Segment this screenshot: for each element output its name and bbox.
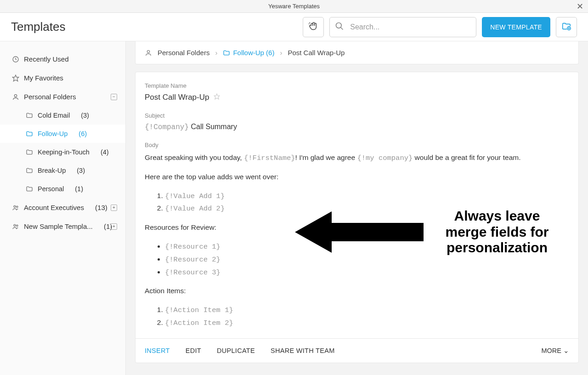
breadcrumb-folder[interactable]: Follow-Up (6) xyxy=(223,49,274,57)
svg-point-0 xyxy=(336,23,342,28)
sidebar: Recently Used My Favorites Personal Fold… xyxy=(0,41,126,375)
people-icon xyxy=(12,204,19,211)
svg-point-8 xyxy=(14,205,16,207)
sidebar-my-favorites[interactable]: My Favorites xyxy=(0,68,125,87)
merge-field: {!my company} xyxy=(357,154,413,162)
content-area: Personal Folders › Follow-Up (6) › Post … xyxy=(126,41,588,375)
sidebar-item-count: (6) xyxy=(79,130,87,137)
folder-icon xyxy=(26,148,33,156)
person-icon xyxy=(145,49,152,57)
folder-icon xyxy=(26,185,33,193)
folder-icon xyxy=(26,167,33,174)
sidebar-item-label: Cold Email xyxy=(38,112,70,119)
person-icon xyxy=(12,93,19,101)
breadcrumb-root[interactable]: Personal Folders xyxy=(158,49,209,57)
sidebar-recently-used[interactable]: Recently Used xyxy=(0,50,125,68)
window-close-button[interactable]: ✕ xyxy=(571,0,588,13)
sidebar-item-label: Break-Up xyxy=(38,167,66,174)
collapse-icon[interactable]: − xyxy=(111,94,117,100)
merge-field: {!FirstName} xyxy=(244,154,295,162)
template-panel: Template Name Post Call Wrap-Up Subject … xyxy=(135,72,579,363)
search-input[interactable] xyxy=(329,17,476,37)
add-folder-button[interactable] xyxy=(556,17,577,37)
chevron-right-icon: › xyxy=(280,49,282,57)
svg-point-11 xyxy=(17,225,18,226)
sidebar-new-sample-templates[interactable]: New Sample Templa... (1) + xyxy=(0,217,125,236)
merge-field: {!Value Add 1} xyxy=(165,192,225,200)
merge-field: {!Resource 1} xyxy=(165,243,220,251)
value-adds-list: {!Value Add 1} {!Value Add 2} xyxy=(165,190,569,215)
subject-value: {!Company} Call Summary xyxy=(145,123,569,131)
body-content: Great speaking with you today, {!FirstNa… xyxy=(145,152,569,329)
sidebar-folder-break-up[interactable]: Break-Up (3) xyxy=(0,161,125,180)
sidebar-folder-follow-up[interactable]: Follow-Up (6) xyxy=(0,125,125,143)
merge-field: {!Resource 2} xyxy=(165,256,220,264)
sidebar-item-label: Personal xyxy=(38,185,64,193)
folder-add-icon xyxy=(561,21,571,33)
chevron-down-icon: ⌄ xyxy=(563,347,569,354)
svg-point-7 xyxy=(14,94,17,97)
merge-field: {!Action Item 2} xyxy=(165,319,233,327)
window-title-bar: Yesware Templates ✕ xyxy=(0,0,588,13)
wave-icon xyxy=(308,21,318,33)
template-actions: INSERT EDIT DUPLICATE SHARE WITH TEAM MO… xyxy=(136,338,578,363)
page-title: Templates xyxy=(11,20,303,34)
share-button[interactable]: SHARE WITH TEAM xyxy=(271,347,335,354)
body-label: Body xyxy=(145,142,569,148)
resources-list: {!Resource 1} {!Resource 2} {!Resource 3… xyxy=(165,241,569,278)
template-name-value: Post Call Wrap-Up xyxy=(145,93,209,102)
breadcrumb-current: Post Call Wrap-Up xyxy=(288,49,345,57)
sidebar-item-count: (3) xyxy=(81,112,89,119)
folder-icon xyxy=(26,112,33,119)
merge-field: {!Resource 3} xyxy=(165,268,220,277)
sidebar-account-executives[interactable]: Account Executives (13) + xyxy=(0,198,125,217)
favorite-star-icon[interactable] xyxy=(214,93,220,102)
sidebar-item-label: My Favorites xyxy=(24,74,63,82)
duplicate-button[interactable]: DUPLICATE xyxy=(217,347,255,354)
people-icon xyxy=(12,223,19,230)
svg-point-12 xyxy=(147,50,149,52)
sidebar-folder-personal[interactable]: Personal (1) xyxy=(0,180,125,198)
svg-point-9 xyxy=(17,206,18,207)
close-icon: ✕ xyxy=(577,1,583,11)
template-name-label: Template Name xyxy=(145,82,569,89)
breadcrumb: Personal Folders › Follow-Up (6) › Post … xyxy=(135,41,579,64)
window-title: Yesware Templates xyxy=(268,3,320,10)
subject-label: Subject xyxy=(145,112,569,119)
new-template-button[interactable]: NEW TEMPLATE xyxy=(482,17,550,37)
svg-marker-13 xyxy=(215,94,220,99)
sidebar-item-label: Recently Used xyxy=(24,55,69,63)
edit-button[interactable]: EDIT xyxy=(186,347,201,354)
sidebar-item-label: New Sample Templa... xyxy=(24,222,93,230)
star-icon xyxy=(12,74,19,82)
clock-icon xyxy=(12,56,19,63)
sidebar-item-label: Personal Folders xyxy=(24,93,76,101)
folder-icon xyxy=(26,130,33,137)
sidebar-item-label: Keeping-in-Touch xyxy=(38,148,90,156)
svg-point-10 xyxy=(14,224,16,226)
chevron-right-icon: › xyxy=(215,49,217,57)
merge-field: {!Company} xyxy=(145,123,189,131)
sidebar-folder-cold-email[interactable]: Cold Email (3) xyxy=(0,106,125,125)
expand-icon[interactable]: + xyxy=(111,223,117,230)
svg-line-1 xyxy=(341,27,343,29)
sidebar-item-count: (1) xyxy=(75,185,83,193)
header: Templates NEW TEMPLATE xyxy=(0,13,588,41)
more-button[interactable]: MORE ⌄ xyxy=(542,347,570,354)
sidebar-item-count: (13) xyxy=(95,204,107,211)
merge-field: {!Value Add 2} xyxy=(165,205,225,213)
merge-field: {!Action Item 1} xyxy=(165,306,233,314)
search-icon xyxy=(335,22,344,33)
svg-marker-6 xyxy=(12,75,18,81)
action-items-list: {!Action Item 1} {!Action Item 2} xyxy=(165,304,569,329)
sidebar-item-label: Account Executives xyxy=(24,204,84,211)
insert-button[interactable]: INSERT xyxy=(145,347,170,354)
expand-icon[interactable]: + xyxy=(111,205,117,211)
wave-button[interactable] xyxy=(303,17,324,37)
sidebar-item-count: (4) xyxy=(101,148,109,156)
sidebar-personal-folders[interactable]: Personal Folders − xyxy=(0,87,125,106)
sidebar-item-count: (3) xyxy=(77,167,85,174)
sidebar-folder-keeping-in-touch[interactable]: Keeping-in-Touch (4) xyxy=(0,143,125,161)
sidebar-item-label: Follow-Up xyxy=(38,130,68,137)
